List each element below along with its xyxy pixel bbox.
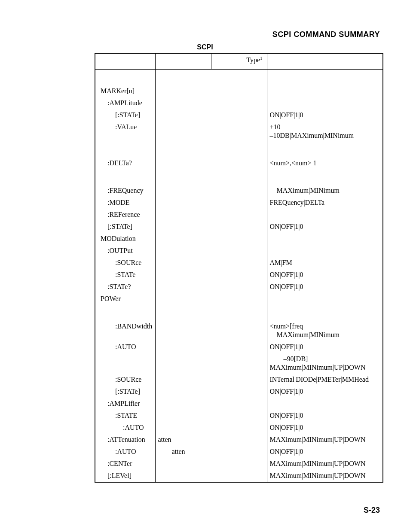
col-header-param <box>267 53 383 70</box>
param-cell: ON|OFF|1|0 <box>267 221 383 233</box>
scpi-table: Type1 MARKer[n]:AMPLitude[:STATe]ON|OFF|… <box>95 53 383 483</box>
type-cell <box>211 142 267 157</box>
command-cell: :AUTO <box>95 446 155 458</box>
table-row: –90[DB]MAXimum|MINimum|UP|DOWN <box>95 353 383 374</box>
table-row: :MODEFREQuency|DELTa <box>95 197 383 209</box>
command-cell: :AUTO <box>95 422 155 434</box>
col2-cell <box>155 121 211 142</box>
type-cell <box>211 109 267 121</box>
table-body: MARKer[n]:AMPLitude[:STATe]ON|OFF|1|0:VA… <box>95 70 383 483</box>
param-cell <box>267 398 383 410</box>
type-cell <box>211 341 267 353</box>
param-cell <box>267 97 383 109</box>
table-row: :SOURceAM|FM <box>95 257 383 269</box>
param-cell <box>267 169 383 185</box>
command-cell: :REFerence <box>95 209 155 221</box>
col2-cell <box>155 85 211 97</box>
param-cell <box>267 233 383 245</box>
type-cell <box>211 281 267 293</box>
col2-cell <box>155 269 211 281</box>
type-cell <box>211 386 267 398</box>
type-cell <box>211 245 267 257</box>
command-cell: :BANDwidth <box>95 320 155 341</box>
command-cell: :OUTPut <box>95 245 155 257</box>
table-row: MODulation <box>95 233 383 245</box>
table-row: POWer <box>95 293 383 305</box>
table-row: :VALue+10–10DB|MAXimum|MINimum <box>95 121 383 142</box>
param-cell: –90[DB]MAXimum|MINimum|UP|DOWN <box>267 353 383 374</box>
command-cell: MARKer[n] <box>95 85 155 97</box>
table-row: :AMPLitude <box>95 97 383 109</box>
type-cell <box>211 470 267 482</box>
type-cell <box>211 374 267 386</box>
param-cell <box>267 245 383 257</box>
type-cell <box>211 293 267 305</box>
type-cell <box>211 305 267 320</box>
type-cell <box>211 97 267 109</box>
table-header-row: Type1 <box>95 53 383 70</box>
col2-cell <box>155 142 211 157</box>
command-cell: [:STATe] <box>95 109 155 121</box>
param-cell: ON|OFF|1|0 <box>267 341 383 353</box>
type-cell <box>211 410 267 422</box>
command-cell: :AUTO <box>95 341 155 353</box>
page-number: S-23 <box>364 506 380 515</box>
col2-cell <box>155 422 211 434</box>
type-cell <box>211 121 267 142</box>
table-row: [:STATe]ON|OFF|1|0 <box>95 109 383 121</box>
command-cell: :MODE <box>95 197 155 209</box>
param-cell: ON|OFF|1|0 <box>267 410 383 422</box>
param-cell <box>267 85 383 97</box>
table-row: :BANDwidth<num>[freq MAXimum|MINimum <box>95 320 383 341</box>
col-header-command <box>95 53 155 70</box>
type-cell <box>211 269 267 281</box>
col2-cell <box>155 257 211 269</box>
col2-cell <box>155 458 211 470</box>
table-row: :AMPLifier <box>95 398 383 410</box>
table-caption: SCPI <box>30 43 380 51</box>
col2-cell: atten <box>155 446 211 458</box>
col2-cell <box>155 410 211 422</box>
col2-cell <box>155 221 211 233</box>
col2-cell <box>155 470 211 482</box>
table-row: :STATe?ON|OFF|1|0 <box>95 281 383 293</box>
type-cell <box>211 353 267 374</box>
page: SCPI COMMAND SUMMARY SCPI Type1 MARKer[n… <box>0 0 410 532</box>
param-cell: <num>,<num> 1 <box>267 157 383 169</box>
param-cell: ON|OFF|1|0 <box>267 446 383 458</box>
param-cell: AM|FM <box>267 257 383 269</box>
command-cell: :DELTa? <box>95 157 155 169</box>
col2-cell <box>155 169 211 185</box>
param-cell: <num>[freq MAXimum|MINimum <box>267 320 383 341</box>
param-cell <box>267 305 383 320</box>
table-row: [:LEVel]MAXimum|MINimum|UP|DOWN <box>95 470 383 482</box>
table-row: :ATTenuationattenMAXimum|MINimum|UP|DOWN <box>95 434 383 446</box>
type-cell <box>211 221 267 233</box>
col2-cell <box>155 353 211 374</box>
command-cell <box>95 142 155 157</box>
param-cell: ON|OFF|1|0 <box>267 386 383 398</box>
param-cell <box>267 142 383 157</box>
type-cell <box>211 233 267 245</box>
col2-cell: atten <box>155 434 211 446</box>
col2-cell <box>155 209 211 221</box>
type-cell <box>211 398 267 410</box>
command-cell: :SOURce <box>95 374 155 386</box>
command-cell: [:LEVel] <box>95 470 155 482</box>
param-cell: MAXimum|MINimum|UP|DOWN <box>267 470 383 482</box>
col2-cell <box>155 245 211 257</box>
command-cell: :CENTer <box>95 458 155 470</box>
col-header-type: Type1 <box>211 53 267 70</box>
type-cell <box>211 197 267 209</box>
param-cell: ON|OFF|1|0 <box>267 269 383 281</box>
param-cell: FREQuency|DELTa <box>267 197 383 209</box>
col2-cell <box>155 109 211 121</box>
command-cell: :AMPLitude <box>95 97 155 109</box>
command-cell: MODulation <box>95 233 155 245</box>
table-row: :STATEON|OFF|1|0 <box>95 410 383 422</box>
col2-cell <box>155 281 211 293</box>
param-cell <box>267 209 383 221</box>
col2-cell <box>155 97 211 109</box>
command-cell <box>95 169 155 185</box>
param-cell: ON|OFF|1|0 <box>267 281 383 293</box>
